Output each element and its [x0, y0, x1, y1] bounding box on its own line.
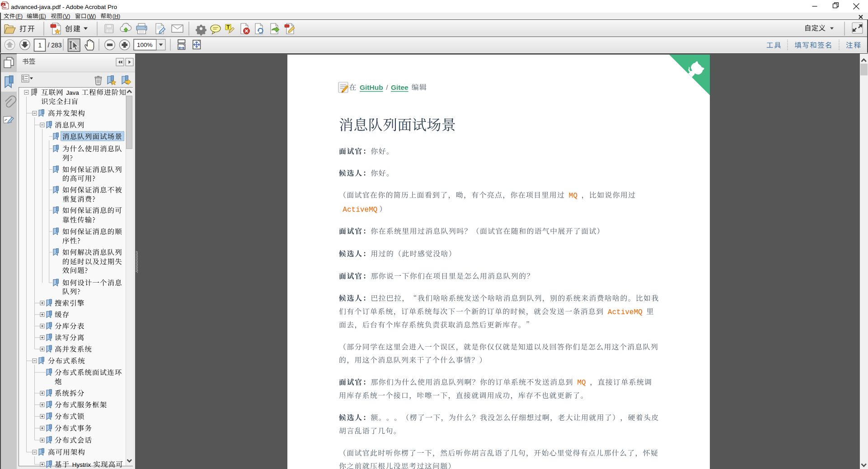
svg-text:MQ: MQ: [569, 192, 577, 200]
svg-text:100%: 100%: [137, 42, 153, 48]
svg-text:MQ: MQ: [577, 379, 586, 387]
svg-text:(V): (V): [63, 13, 70, 19]
svg-text:ActiveMQ: ActiveMQ: [608, 308, 643, 316]
svg-text:/ 283: / 283: [48, 42, 62, 49]
svg-text:Java: Java: [66, 89, 79, 96]
svg-text:/: /: [386, 84, 388, 91]
svg-text:(W): (W): [87, 13, 96, 19]
svg-text:GitHub: GitHub: [360, 84, 383, 91]
svg-text:Gitee: Gitee: [391, 84, 408, 91]
svg-text:(F): (F): [15, 13, 23, 19]
svg-text:1: 1: [38, 42, 42, 49]
svg-text:advanced-java.pdf - Adobe Acro: advanced-java.pdf - Adobe Acrobat Pro: [11, 4, 117, 10]
svg-text:Hystrix: Hystrix: [72, 461, 91, 468]
svg-text:(H): (H): [113, 13, 120, 19]
svg-text:(E): (E): [38, 13, 46, 19]
svg-text:ActiveMQ: ActiveMQ: [343, 206, 378, 214]
